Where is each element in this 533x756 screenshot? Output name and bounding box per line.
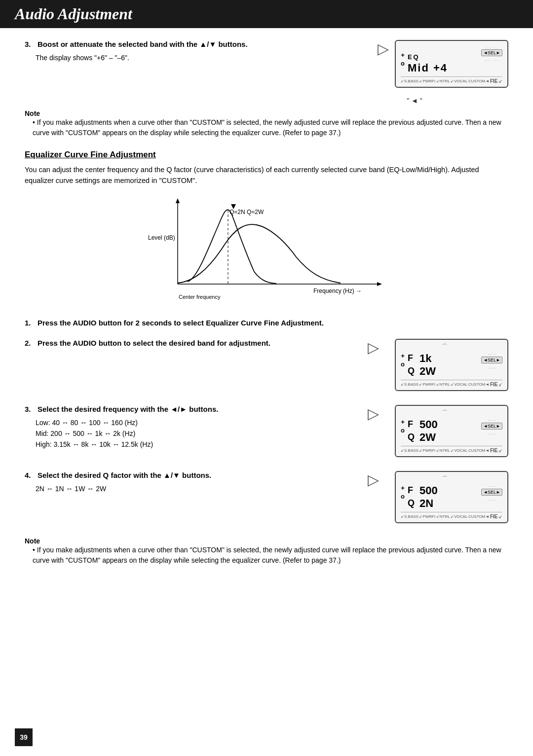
- eq-vocal: ↙VOCAL: [451, 79, 467, 83]
- note-block-1: Note If you make adjustments when a curv…: [25, 109, 508, 138]
- fq2-fie: FIE: [490, 382, 498, 387]
- eq-fie: FIE: [490, 78, 498, 84]
- fq2-vocal: ↙VOCAL: [451, 382, 467, 387]
- fq3-vocal: ↙VOCAL: [451, 448, 467, 453]
- eq-ntrl: ↙NTRL: [436, 79, 450, 83]
- arrow-right-4: ▷: [368, 471, 379, 488]
- svg-text:Q=2N  Q=2W: Q=2N Q=2W: [229, 209, 264, 216]
- step2-fine-number: 2.: [25, 339, 35, 347]
- fq3-zero: o: [401, 427, 405, 434]
- step4-fine: 4. Select the desired Q factor with the …: [25, 471, 508, 523]
- note1-title: Note: [25, 109, 508, 117]
- fq2-sbass: ↙S.BASS: [401, 382, 419, 387]
- fq3-sbass: ↙S.BASS: [401, 448, 419, 453]
- step1-fine-heading: Press the AUDIO button for 2 seconds to …: [38, 319, 324, 327]
- fq2-curve-arrow: ⌒: [442, 343, 448, 351]
- fq4-q-label: Q: [408, 498, 416, 508]
- fq2-dots-bot: ... ..: [488, 364, 495, 369]
- fq-display-3: + o ⌒ F 500 Q 2W .: [395, 405, 508, 457]
- step3-fine-detail-2: High: 3.15k ↔ 8k ↔ 10k ↔ 12.5k (Hz): [36, 439, 362, 450]
- fq3-q-value: 2W: [419, 431, 436, 444]
- svg-marker-3: [377, 282, 382, 286]
- fq-display-4: + o ⌒ F 500 Q 2N .: [395, 471, 508, 523]
- note2-title: Note: [25, 537, 508, 545]
- eq-sel: ◄SEL►: [481, 49, 502, 56]
- note1-body: If you make adjustments when a curve oth…: [33, 117, 508, 138]
- fq-display-2: + o ⌒ F 1k Q 2W: [395, 339, 508, 391]
- eq-label: EQ: [408, 53, 420, 61]
- step3-boost: 3. Boost or attenuate the selected band …: [25, 40, 508, 88]
- eq-custom: CUSTOM◄: [468, 79, 489, 83]
- svg-text:Frequency (Hz) →: Frequency (Hz) →: [313, 288, 362, 294]
- fq2-dots-top: ... ..: [488, 351, 495, 356]
- step1-fine: 1. Press the AUDIO button for 2 seconds …: [25, 319, 508, 329]
- eq-diagram: Level (dB) Frequency (Hz) → Center frequ…: [25, 195, 508, 304]
- fq3-dots-top: ... ..: [488, 417, 495, 422]
- step1-fine-number: 1.: [25, 319, 35, 327]
- fq3-plus: +: [401, 418, 405, 426]
- fq4-vocal: ↙VOCAL: [451, 514, 467, 519]
- fq4-curve-arrow: ⌒: [442, 475, 448, 483]
- step3-boost-subtext: The display shows "+6" – "–6".: [36, 52, 372, 63]
- note2-body: If you make adjustments when a curve oth…: [33, 545, 508, 566]
- fq2-pwrfi: ↙PWRFI: [419, 382, 435, 387]
- step3-boost-heading: Boost or attenuate the selected band wit…: [38, 40, 248, 48]
- fq2-q-label: Q: [408, 366, 416, 376]
- fq2-custom: CUSTOM◄: [468, 382, 489, 387]
- step3-fine-number: 3.: [25, 405, 35, 413]
- fq4-pwrfi: ↙PWRFI: [419, 514, 435, 519]
- arrow-right-3: ▷: [368, 405, 379, 422]
- page-header: Audio Adjustment: [0, 0, 533, 28]
- fq2-ntrl: ↙NTRL: [436, 382, 450, 387]
- fq3-f-label: F: [408, 419, 416, 430]
- fq4-sbass: ↙S.BASS: [401, 514, 419, 519]
- step4-fine-detail: 2N ↔ 1N ↔ 1W ↔ 2W: [36, 483, 362, 494]
- fq3-fie: FIE: [490, 448, 498, 453]
- fq2-f-label: F: [408, 353, 416, 363]
- fq4-plus: +: [401, 484, 405, 492]
- fq4-dots-top: ... ..: [488, 483, 495, 488]
- fq3-ntrl: ↙NTRL: [436, 448, 450, 453]
- fq2-zero: o: [401, 360, 405, 368]
- fq4-custom: CUSTOM◄: [468, 514, 489, 519]
- fq4-f-value: 500: [419, 484, 438, 497]
- eq-arrow-icon: ↙: [498, 78, 502, 84]
- step2-fine: 2. Press the AUDIO button to select the …: [25, 339, 508, 391]
- eq-fine-body: You can adjust the center frequency and …: [25, 165, 508, 186]
- fq4-sel: ◄SEL►: [481, 489, 502, 496]
- arrow-right-1: ▷: [378, 40, 389, 57]
- eq-dots-top: ... ..: [485, 44, 499, 49]
- step3-fine-heading: Select the desired frequency with the ◄/…: [38, 405, 218, 413]
- eq-display-1: + o EQ ... .. ◄SEL► ... .. Mid +4: [395, 40, 508, 88]
- fq3-custom: CUSTOM◄: [468, 448, 489, 453]
- step3-fine-detail-0: Low: 40 ↔ 80 ↔ 100 ↔ 160 (Hz): [36, 417, 362, 428]
- step3-fine-detail-1: Mid: 200 ↔ 500 ↔ 1k ↔ 2k (Hz): [36, 428, 362, 439]
- fq2-sel: ◄SEL►: [481, 357, 502, 363]
- fq2-f-value: 1k: [419, 352, 431, 365]
- step4-fine-heading: Select the desired Q factor with the ▲/▼…: [38, 471, 211, 479]
- eq-plus: +: [401, 51, 405, 59]
- fq2-tail: ↙: [498, 382, 502, 387]
- quote-indicator: " ◄ ": [321, 97, 508, 105]
- step3-fine: 3. Select the desired frequency with the…: [25, 405, 508, 457]
- step3-boost-number: 3.: [25, 40, 35, 48]
- fq3-q-label: Q: [408, 432, 416, 442]
- fq3-pwrfi: ↙PWRFI: [419, 448, 435, 453]
- fq4-zero: o: [401, 493, 405, 500]
- fq3-sel: ◄SEL►: [481, 423, 502, 430]
- svg-text:Level (dB): Level (dB): [148, 234, 175, 241]
- page-title: Audio Adjustment: [15, 5, 518, 23]
- eq-dots-bot: ... ..: [485, 56, 499, 62]
- fq4-f-label: F: [408, 485, 416, 496]
- fq4-q-value: 2N: [419, 497, 433, 510]
- fq3-f-value: 500: [419, 418, 438, 431]
- svg-text:Center frequency: Center frequency: [179, 294, 221, 300]
- step2-fine-heading: Press the AUDIO button to select the des…: [38, 339, 270, 347]
- eq-pwrfi: ↙PWRFI: [419, 79, 435, 83]
- fq4-ntrl: ↙NTRL: [436, 514, 450, 519]
- fq4-tail: ↙: [498, 514, 502, 519]
- fq4-dots-bot: ... ..: [488, 497, 495, 502]
- page-number: 39: [15, 728, 33, 746]
- fq3-curve-arrow: ⌒: [442, 409, 448, 417]
- fq3-dots-bot: ... ..: [488, 431, 495, 435]
